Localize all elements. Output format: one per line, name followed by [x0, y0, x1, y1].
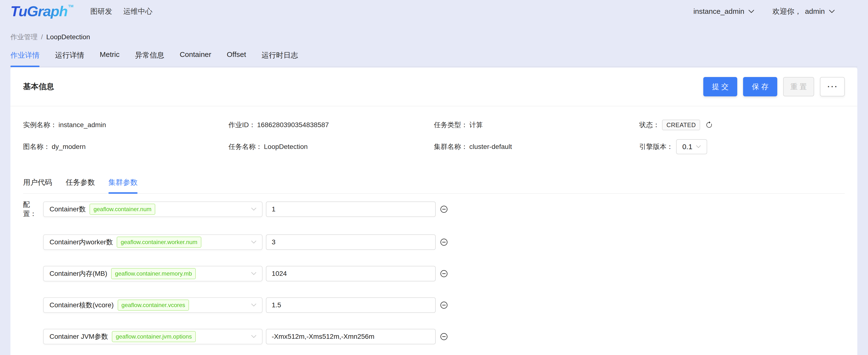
- tugraph-logo[interactable]: TuGraph TM: [10, 4, 73, 19]
- subtab-cluster-params[interactable]: 集群参数: [108, 178, 137, 193]
- param-subtabs: 用户代码 任务参数 集群参数: [23, 178, 845, 194]
- minus-circle-icon: [440, 270, 448, 278]
- save-button[interactable]: 保 存: [743, 77, 777, 96]
- field-value: 计算: [469, 120, 483, 130]
- remove-row-button[interactable]: [440, 301, 448, 309]
- remove-row-button[interactable]: [440, 238, 448, 246]
- chevron-down-icon: [251, 304, 257, 307]
- param-key-tag: geaflow.container.jvm.options: [112, 331, 196, 342]
- engine-version-select[interactable]: 0.1: [676, 139, 707, 154]
- config-row: 配置： Container数 geaflow.container.num: [23, 200, 845, 218]
- param-name: Container内worker数: [50, 238, 113, 247]
- nav-item-graph-dev[interactable]: 图研发: [91, 6, 112, 16]
- tab-offset[interactable]: Offset: [227, 50, 246, 67]
- field-value: LoopDetection: [264, 143, 308, 151]
- remove-row-button[interactable]: [440, 205, 448, 213]
- param-value-input[interactable]: [266, 202, 436, 217]
- field-task-type: 任务类型： 计算: [434, 117, 640, 133]
- tab-exception-info[interactable]: 异常信息: [135, 50, 164, 67]
- instance-selector-label: instance_admin: [693, 7, 744, 15]
- chevron-down-icon: [748, 9, 754, 13]
- field-value: dy_modern: [52, 143, 86, 151]
- field-engine-version: 引擎版本： 0.1: [639, 139, 845, 154]
- param-key-tag: geaflow.container.memory.mb: [111, 268, 196, 279]
- param-name: Container JVM参数: [50, 332, 108, 341]
- user-menu[interactable]: admin: [805, 7, 835, 15]
- param-key-select[interactable]: Container JVM参数 geaflow.container.jvm.op…: [43, 329, 262, 344]
- param-key-select[interactable]: Container内存(MB) geaflow.container.memory…: [43, 266, 262, 281]
- action-buttons: 提 交 保 存 重 置 ···: [703, 77, 845, 96]
- config-row: Container内存(MB) geaflow.container.memory…: [23, 266, 845, 281]
- refresh-icon: [706, 121, 713, 129]
- field-instance-name: 实例名称： instance_admin: [23, 117, 228, 133]
- chevron-down-icon: [251, 208, 257, 211]
- remove-row-button[interactable]: [440, 333, 448, 341]
- subtab-task-params[interactable]: 任务参数: [66, 178, 95, 193]
- field-label: 集群名称：: [434, 142, 468, 151]
- chevron-down-icon: [251, 241, 257, 244]
- param-value-input[interactable]: [266, 266, 436, 281]
- basic-info-card: 基本信息 提 交 保 存 重 置 ··· 实例名称： instance_admi…: [10, 68, 857, 355]
- tab-metric[interactable]: Metric: [100, 50, 120, 67]
- tab-container[interactable]: Container: [180, 50, 211, 67]
- logo-wordmark: TuGraph: [10, 4, 67, 19]
- field-value: instance_admin: [59, 121, 106, 129]
- field-job-id: 作业ID： 1686280390354838587: [228, 117, 434, 133]
- minus-circle-icon: [440, 205, 448, 213]
- refresh-status-button[interactable]: [706, 121, 713, 129]
- tab-runtime-logs[interactable]: 运行时日志: [261, 50, 298, 67]
- more-actions-button[interactable]: ···: [820, 77, 845, 96]
- breadcrumb: 作业管理 / LoopDetection: [10, 32, 868, 42]
- breadcrumb-separator: /: [41, 33, 43, 41]
- breadcrumb-current: LoopDetection: [46, 33, 90, 41]
- chevron-down-icon: [696, 145, 701, 148]
- subtab-user-code[interactable]: 用户代码: [23, 178, 52, 193]
- minus-circle-icon: [440, 238, 448, 246]
- param-name: Container数: [50, 205, 86, 214]
- engine-version-value: 0.1: [682, 143, 692, 151]
- tab-run-detail[interactable]: 运行详情: [55, 50, 84, 67]
- card-header: 基本信息 提 交 保 存 重 置 ···: [10, 68, 857, 106]
- nav-item-ops-center[interactable]: 运维中心: [123, 6, 153, 16]
- nav-menu: 图研发 运维中心: [91, 6, 153, 16]
- top-navbar: TuGraph TM 图研发 运维中心 instance_admin 欢迎你， …: [0, 0, 868, 23]
- instance-selector[interactable]: instance_admin: [693, 7, 754, 15]
- field-graph-name: 图名称： dy_modern: [23, 139, 228, 154]
- breadcrumb-job-management[interactable]: 作业管理: [10, 32, 38, 42]
- cluster-config-list: 配置： Container数 geaflow.container.num Con…: [10, 194, 857, 344]
- config-label: 配置：: [23, 200, 43, 218]
- config-row: Container JVM参数 geaflow.container.jvm.op…: [23, 329, 845, 344]
- field-label: 任务类型：: [434, 120, 468, 130]
- chevron-down-icon: [251, 272, 257, 275]
- tab-job-detail[interactable]: 作业详情: [10, 50, 39, 67]
- field-value: cluster-default: [469, 143, 512, 151]
- logo-tm-mark: TM: [68, 4, 73, 8]
- param-key-select[interactable]: Container内worker数 geaflow.container.work…: [43, 235, 262, 250]
- param-key-tag: geaflow.container.num: [90, 204, 155, 215]
- field-label: 引擎版本：: [639, 142, 673, 151]
- remove-row-button[interactable]: [440, 270, 448, 278]
- param-key-tag: geaflow.container.worker.num: [117, 237, 201, 248]
- field-label: 任务名称：: [228, 142, 262, 151]
- field-label: 图名称：: [23, 142, 50, 151]
- param-key-select[interactable]: Container数 geaflow.container.num: [43, 202, 262, 217]
- field-cluster-name: 集群名称： cluster-default: [434, 139, 640, 154]
- nav-right: instance_admin 欢迎你， admin: [693, 6, 835, 16]
- welcome-text: 欢迎你，: [772, 6, 802, 16]
- field-label: 状态：: [639, 120, 660, 130]
- reset-button[interactable]: 重 置: [783, 77, 814, 96]
- chevron-down-icon: [251, 335, 257, 338]
- minus-circle-icon: [440, 301, 448, 309]
- param-key-select[interactable]: Container核数(vcore) geaflow.container.vco…: [43, 297, 262, 313]
- chevron-down-icon: [829, 9, 835, 13]
- param-value-input[interactable]: [266, 297, 436, 313]
- config-row: Container内worker数 geaflow.container.work…: [23, 235, 845, 250]
- config-row: Container核数(vcore) geaflow.container.vco…: [23, 297, 845, 313]
- status-badge: CREATED: [662, 120, 700, 130]
- param-key-tag: geaflow.container.vcores: [118, 299, 189, 311]
- field-task-name: 任务名称： LoopDetection: [228, 139, 434, 154]
- submit-button[interactable]: 提 交: [703, 77, 737, 96]
- param-name: Container内存(MB): [50, 269, 107, 278]
- param-value-input[interactable]: [266, 235, 436, 250]
- param-value-input[interactable]: [266, 329, 436, 344]
